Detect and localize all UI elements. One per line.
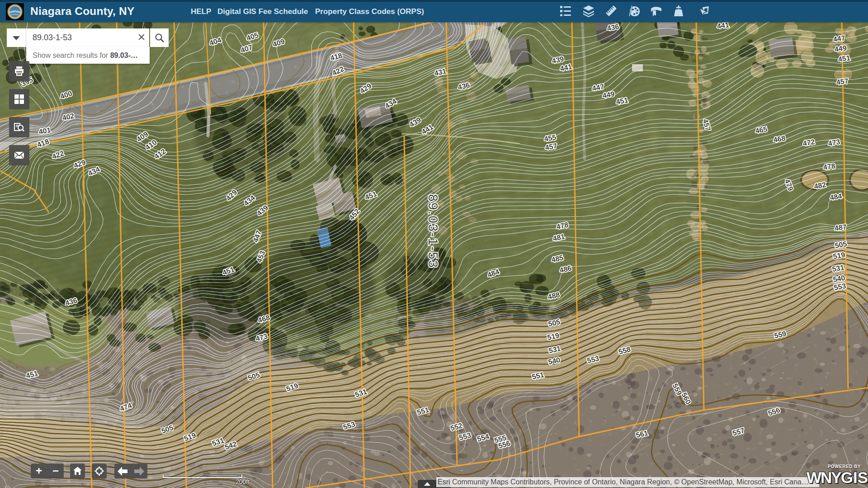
svg-text:89.03-1-53: 89.03-1-53 — [426, 194, 441, 268]
